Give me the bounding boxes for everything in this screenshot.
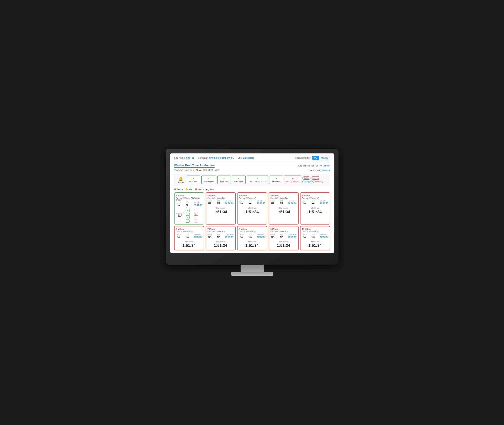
alarm-out-of-product[interactable]: ✖ Out Of Product: [284, 176, 301, 184]
alarm-tag-row-2: Detergent Peroxide: [302, 180, 323, 183]
phase-5: ✔: [186, 216, 190, 219]
machine-3-formula: Formula # / Name: NA: [239, 197, 265, 199]
monitor-screen: Site Name: Site_01 Company: Chemical Com…: [170, 153, 334, 253]
machine-card-2[interactable]: 2 Milnor Formula # / Name: NA Load #NA L…: [206, 193, 236, 225]
alarm-check-icon: ✔: [275, 177, 277, 180]
alarm-leak-test[interactable]: ✔ Leak Test: [187, 176, 200, 184]
machine-1-formula: Formula # / Name: F01 / White Sheets: [176, 197, 202, 201]
alarm-check-icon: ✔: [192, 177, 195, 180]
machine-6-name: 6 Milnor: [176, 228, 202, 230]
alarm-tag-row-1: Builder Chlorine: [302, 177, 323, 179]
alarm-check-icon: ✔: [223, 177, 225, 180]
legend-active: Active: [174, 188, 183, 191]
monitor-stand-base: [231, 272, 273, 276]
machine-card-1[interactable]: 1 Milnor Formula # / Name: F01 / White S…: [174, 193, 204, 225]
machine-8-stats: Load #NA LBSNA Start Time00:00:00: [239, 234, 265, 238]
phase-6: 6: [194, 216, 198, 219]
auto-refresh-label: Auto Refresh: in 04:25: [298, 165, 319, 167]
page-title: Washer Real Time Production: [174, 164, 215, 168]
alarm-water-test[interactable]: ✔ Water Test: [217, 176, 231, 184]
machine-4-idle: Idle Since 1:51:34: [270, 205, 297, 215]
phase-1: ✔: [186, 209, 190, 212]
legend-active-label: Active: [177, 188, 183, 191]
alarm-tags: Builder Chlorine Detergent Peroxide: [302, 176, 323, 184]
site-name-label: Site Name: Site_01: [174, 157, 194, 159]
bell-icon: 🔔: [178, 176, 183, 181]
measurement-btn-group: US Metrics: [312, 156, 330, 160]
machine-10-stats: Load #NA LBSNA Start Time00:00:00: [302, 234, 328, 238]
alarm-bell-item[interactable]: 🔔 Alarms: [176, 176, 186, 184]
shift-info: Current Shift: Off Shift: [308, 169, 330, 172]
machine-9-formula: Formula # / Name: NA: [270, 231, 297, 232]
machine-card-8[interactable]: 8 Milnor Formula # / Name: NA Load #NA L…: [237, 226, 267, 250]
machine-2-name: 2 Milnor: [208, 194, 234, 197]
machine-8-idle: Idle Since 1:51:34: [239, 239, 265, 248]
btn-metrics[interactable]: Metrics: [319, 156, 330, 160]
alarm-check-icon: ✔: [256, 177, 259, 180]
machine-9-idle: Idle Since 1:51:34: [270, 239, 297, 248]
machine-1-name: 1 Milnor: [176, 194, 202, 197]
machine-3-name: 3 Milnor: [239, 194, 265, 197]
machine-4-name: 4 Milnor: [270, 194, 297, 197]
machine-8-formula: Formula # / Name: NA: [239, 231, 265, 232]
machine-card-9[interactable]: 9 Milnor Formula # / Name: NA Load #NA L…: [268, 226, 299, 250]
refresh-icon: ↻: [320, 164, 322, 167]
machine-card-6[interactable]: 6 Milnor Formula # / Name: NA Load #NA L…: [174, 226, 204, 250]
legend: Active Idle Idle for long time: [174, 188, 330, 191]
top-bar: Site Name: Site_01 Company: Chemical Com…: [174, 156, 330, 162]
alarm-check-icon: ✔: [237, 177, 240, 180]
alarm-unit-lock[interactable]: ✔ Unit Lock: [269, 176, 283, 184]
alarm-flow-meter[interactable]: ✔ Flow Meter: [232, 176, 246, 184]
alarm-check-icon: ✔: [208, 177, 210, 180]
tag-detergent: Detergent: [302, 180, 313, 183]
app-container: Site Name: Site_01 Company: Chemical Com…: [170, 153, 334, 253]
btn-us[interactable]: US: [312, 156, 319, 160]
phase-3: ✔: [186, 212, 190, 216]
machine-7-idle: Idle Since 1:51:34: [208, 239, 234, 248]
machine-2-idle: Idle Since 1:51:34: [208, 205, 234, 215]
machine-card-3[interactable]: 3 Milnor Formula # / Name: NA Load #NA L…: [237, 193, 267, 225]
machine-card-7[interactable]: 7 Milnor Formula # / Name: NA Load #NA L…: [206, 226, 236, 250]
legend-dot-idle-long: [195, 188, 197, 190]
machine-6-idle: Idle Since 1:51:34: [176, 239, 202, 248]
report-date: Realtime Report as on 21 Mar 2016 at 22:…: [174, 169, 219, 171]
unit-label: Unit: Extractors: [237, 157, 254, 159]
machine-8-name: 8 Milnor: [239, 228, 265, 230]
machine-5-idle: Idle Since 1:51:34: [302, 205, 328, 215]
alarm-communication-lost[interactable]: ✔ Communication Lost: [247, 176, 268, 184]
stat-lbs: LBS 60: [186, 202, 189, 206]
machine-5-name: 5 Milnor: [302, 194, 328, 197]
machine-6-stats: Load #NA LBSNA Start Time00:00:00: [176, 234, 202, 238]
alarm-air-pressure[interactable]: ✔ Air Pressure: [201, 176, 216, 184]
refresh-label: Refresh: [323, 165, 330, 167]
machine-10-name: 10 Milnor: [302, 228, 328, 230]
machine-2-formula: Formula # / Name: NA: [208, 197, 234, 199]
stat-load: Load # NA: [176, 202, 181, 206]
tag-chlorine: Chlorine: [311, 177, 320, 179]
company-value: Chemical Company 01: [209, 157, 234, 159]
machine-7-formula: Formula # / Name: NA: [208, 231, 234, 232]
tag-builder: Builder: [302, 177, 310, 179]
legend-dot-active: [174, 188, 176, 190]
measurement-label: Measurement by: [295, 157, 311, 159]
legend-idle: Idle: [186, 188, 192, 191]
machine-2-stats: Load #NA LBSNA Start Time00:00:00: [208, 200, 234, 204]
machine-card-10[interactable]: 10 Milnor Formula # / Name: NA Load #NA …: [300, 226, 330, 250]
page-header: Washer Real Time Production Auto Refresh…: [174, 164, 330, 168]
stat-start-time: Start Time 22:01:35: [194, 202, 202, 206]
phases-grid: ✔ 2 ✔ ✖ ✔ 6 ✔ 8: [186, 209, 202, 223]
measurement-controls: Measurement by US Metrics: [295, 156, 330, 160]
alarms-row: 🔔 Alarms ✔ Leak Test ✔ Air Pressure ✔ Wa…: [174, 174, 330, 186]
machine-card-4[interactable]: 4 Milnor Formula # / Name: NA Load #NA L…: [268, 193, 299, 225]
legend-idle-label: Idle: [189, 188, 192, 191]
company-label: Company: Chemical Company 01: [198, 157, 234, 159]
machine-1-stats: Load # NA LBS 60 Start Time 22:01:35: [176, 202, 202, 206]
machine-card-5[interactable]: 5 Milnor Formula # / Name: NA Load #NA L…: [300, 193, 330, 225]
phase-7: ✔: [186, 219, 190, 223]
machine-5-formula: Formula # / Name: NA: [302, 197, 328, 199]
alarm-bell-label: Alarms: [178, 181, 184, 183]
machine-7-stats: Load #NA LBSNA Start Time00:00:00: [208, 234, 234, 238]
refresh-button[interactable]: ↻ Refresh: [320, 164, 330, 167]
monitor-wrapper: Site Name: Site_01 Company: Chemical Com…: [166, 149, 339, 276]
machine-10-idle: Idle Since 1:51:34: [302, 239, 328, 248]
